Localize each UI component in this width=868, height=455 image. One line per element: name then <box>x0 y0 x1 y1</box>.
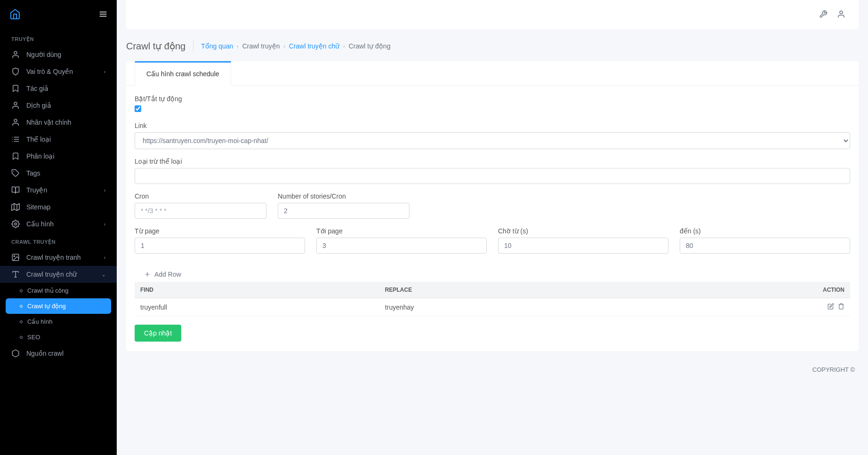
num-input[interactable] <box>278 203 410 219</box>
home-logo-icon[interactable] <box>9 8 21 21</box>
table-header-find: FIND <box>135 282 379 298</box>
cell-find: truyenfull <box>135 298 379 316</box>
sidebar-item-sitemap[interactable]: Sitemap <box>0 199 117 216</box>
sidebar-item-crawl-comic[interactable]: Crawl truyện tranh › <box>0 249 117 266</box>
footer-copyright: COPYRIGHT © <box>117 360 868 379</box>
sidebar-item-label: Tags <box>26 169 40 177</box>
page-title: Crawl tự động <box>126 40 193 52</box>
wait-to-input[interactable] <box>680 238 850 254</box>
submit-button[interactable]: Cập nhật <box>135 325 181 342</box>
user-icon <box>11 101 20 110</box>
replace-table: FIND REPLACE ACTION truyenfull truyenhay <box>135 282 850 316</box>
sidebar-item-label: Phân loại <box>26 152 55 160</box>
sidebar-subitem-config[interactable]: Cấu hình <box>0 314 117 329</box>
bookmark-icon <box>11 152 20 160</box>
book-icon <box>11 186 20 194</box>
sidebar-item-tags[interactable]: Tags <box>0 165 117 182</box>
table-header-action: ACTION <box>638 282 850 298</box>
sidebar-item-label: Vai trò & Quyền <box>26 68 73 75</box>
sidebar-item-label: Truyện <box>26 186 47 194</box>
wait-from-input[interactable] <box>498 238 668 254</box>
dot-icon <box>20 289 23 292</box>
svg-point-5 <box>14 119 17 122</box>
sidebar-item-label: Dịch giả <box>26 102 51 109</box>
sidebar-item-classification[interactable]: Phân loại <box>0 148 117 165</box>
sidebar-item-categories[interactable]: Thể loại <box>0 131 117 148</box>
chevron-right-icon: › <box>237 44 238 49</box>
type-icon <box>11 270 20 279</box>
form-card: Cấu hình crawl schedule Bật/Tắt tự động … <box>126 61 859 351</box>
menu-toggle-icon[interactable] <box>99 10 107 20</box>
sidebar-item-label: Nguồn crawl <box>26 350 64 357</box>
gear-icon <box>11 220 20 228</box>
breadcrumb: Tổng quan › Crawl truyện › Crawl truyện … <box>201 42 390 50</box>
cron-label: Cron <box>135 192 266 200</box>
to-page-label: Tới page <box>316 227 487 235</box>
tools-icon[interactable] <box>819 10 828 20</box>
tab-schedule[interactable]: Cấu hình crawl schedule <box>135 61 231 86</box>
exclude-input[interactable] <box>135 168 850 184</box>
bookmark-icon <box>11 84 20 93</box>
chevron-down-icon: ⌄ <box>102 272 105 277</box>
sidebar-item-crawl-source[interactable]: Nguồn crawl <box>0 345 117 362</box>
table-row: truyenfull truyenhay <box>135 298 850 316</box>
sidebar-subitem-manual[interactable]: Crawl thủ công <box>0 283 117 298</box>
sidebar-item-authors[interactable]: Tác giả <box>0 80 117 97</box>
sidebar-item-crawl-text[interactable]: Crawl truyện chữ ⌄ <box>0 266 117 283</box>
sidebar-item-label: Crawl truyện tranh <box>26 254 81 261</box>
cron-input[interactable] <box>135 203 266 219</box>
wait-from-label: Chờ từ (s) <box>498 227 668 235</box>
sidebar-item-translators[interactable]: Dịch giả <box>0 97 117 114</box>
sidebar-item-label: Cấu hình <box>26 220 54 228</box>
chevron-right-icon: › <box>104 188 105 193</box>
dot-icon <box>20 320 23 323</box>
sidebar-subitem-auto[interactable]: Crawl tự động <box>6 298 111 314</box>
sidebar-item-users[interactable]: Người dùng <box>0 46 117 63</box>
sidebar-section-crawl: CRAWL TRUYỆN <box>0 232 117 249</box>
toggle-label: Bật/Tắt tự động <box>135 95 850 103</box>
sidebar-subitem-label: SEO <box>27 334 40 341</box>
from-page-label: Từ page <box>135 227 305 235</box>
svg-point-3 <box>14 51 17 54</box>
chevron-right-icon: › <box>104 69 105 74</box>
topbar <box>126 0 859 29</box>
breadcrumb-link[interactable]: Crawl truyện chữ <box>289 42 339 50</box>
link-select[interactable]: https://santruyen.com/truyen-moi-cap-nha… <box>135 132 850 149</box>
add-row-label: Add Row <box>154 271 181 278</box>
sidebar-item-roles[interactable]: Vai trò & Quyền › <box>0 63 117 80</box>
wait-to-label: đến (s) <box>680 227 850 235</box>
sidebar-item-label: Tác giả <box>26 85 48 92</box>
package-icon <box>11 349 20 358</box>
sidebar-item-label: Crawl truyện chữ <box>26 271 77 278</box>
sidebar-subitem-label: Crawl thủ công <box>27 287 68 294</box>
sidebar-item-config[interactable]: Cấu hình › <box>0 216 117 232</box>
cell-replace: truyenhay <box>379 298 638 316</box>
sidebar-item-stories[interactable]: Truyện › <box>0 182 117 199</box>
breadcrumb-current: Crawl tự động <box>349 42 391 50</box>
from-page-input[interactable] <box>135 238 305 254</box>
to-page-input[interactable] <box>316 238 487 254</box>
edit-icon <box>828 303 834 310</box>
shield-icon <box>11 67 20 76</box>
num-label: Number of stories/Cron <box>278 192 410 200</box>
main-content: Crawl tự động Tổng quan › Crawl truyện ›… <box>117 0 868 455</box>
map-icon <box>11 203 20 211</box>
delete-row-button[interactable] <box>838 303 844 311</box>
auto-toggle-checkbox[interactable] <box>135 105 141 112</box>
trash-icon <box>838 303 844 310</box>
chevron-right-icon: › <box>283 44 285 49</box>
svg-point-18 <box>14 255 15 256</box>
profile-icon[interactable] <box>837 10 845 20</box>
sidebar: TRUYỆN Người dùng Vai trò & Quyền › Tác … <box>0 0 117 455</box>
breadcrumb-link[interactable]: Tổng quan <box>201 42 233 50</box>
add-row-button[interactable]: Add Row <box>135 267 191 282</box>
exclude-label: Loại trừ thể loại <box>135 158 850 165</box>
sidebar-subitem-seo[interactable]: SEO <box>0 329 117 345</box>
sidebar-item-label: Nhân vật chính <box>26 119 71 126</box>
sidebar-item-characters[interactable]: Nhân vật chính <box>0 114 117 131</box>
chevron-right-icon: › <box>104 222 105 227</box>
dot-icon <box>20 336 23 339</box>
edit-row-button[interactable] <box>828 303 834 311</box>
tag-icon <box>11 169 20 177</box>
sidebar-section-truyen: TRUYỆN <box>0 30 117 46</box>
